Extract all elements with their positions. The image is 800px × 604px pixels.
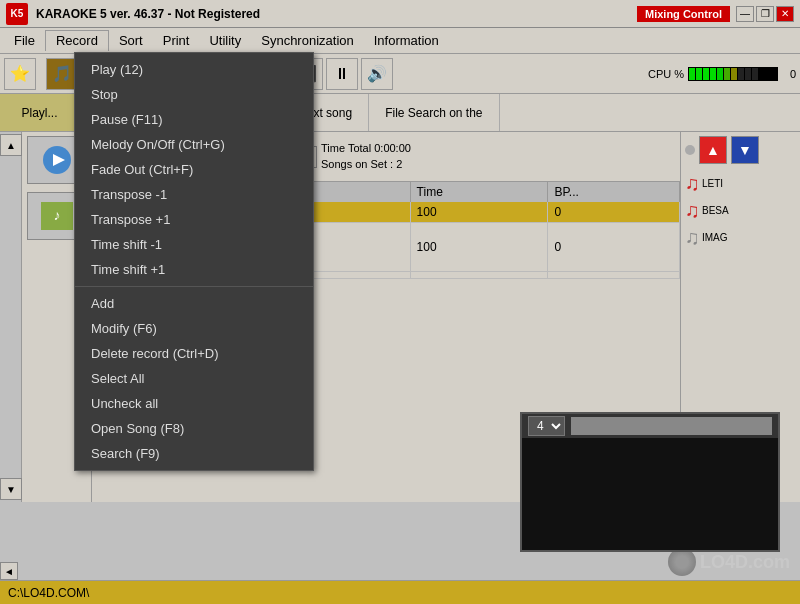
menu-play[interactable]: Play (12) <box>75 57 313 82</box>
title-controls: — ❐ ✕ <box>736 6 794 22</box>
cpu-bar <box>688 67 778 81</box>
close-button[interactable]: ✕ <box>776 6 794 22</box>
tab-file-search[interactable]: File Search on the <box>369 94 499 131</box>
menu-search[interactable]: Search (F9) <box>75 441 313 466</box>
menu-bar: File Record Sort Print Utility Synchroni… <box>0 28 800 54</box>
bottom-popup: 4 <box>520 412 780 552</box>
watermark: LO4D.com <box>668 548 790 576</box>
cell-bp <box>548 272 680 279</box>
col-header-bp[interactable]: BP... <box>548 182 680 202</box>
record-dropdown: Play (12) Stop Pause (F11) Melody On/Off… <box>74 52 314 471</box>
up-arrow-button[interactable]: ▲ <box>699 136 727 164</box>
menu-delete-record[interactable]: Delete record (Ctrl+D) <box>75 341 313 366</box>
cpu-value: 0 <box>782 68 796 80</box>
menu-uncheck-all[interactable]: Uncheck all <box>75 391 313 416</box>
cell-bp: 0 <box>548 223 680 272</box>
menu-sort[interactable]: Sort <box>109 31 153 50</box>
menu-timeshift-plus[interactable]: Time shift +1 <box>75 257 313 282</box>
music-note-icon-1: ♫ <box>685 172 700 195</box>
song-item-2: ♫ BESA <box>685 199 796 222</box>
song-item-3: ♫ IMAG <box>685 226 796 249</box>
cell-bp: 0 <box>548 202 680 223</box>
menu-file[interactable]: File <box>4 31 45 50</box>
svg-text:♪: ♪ <box>53 207 60 223</box>
menu-add[interactable]: Add <box>75 291 313 316</box>
menu-print[interactable]: Print <box>153 31 200 50</box>
song-title-2: BESA <box>702 205 729 216</box>
song-title-3: IMAG <box>702 232 728 243</box>
cell-time: 100 <box>410 202 548 223</box>
menu-synchronization[interactable]: Synchronization <box>251 31 364 50</box>
restore-button[interactable]: ❐ <box>756 6 774 22</box>
left-sidebar: ▲ ▼ <box>0 132 22 502</box>
app-logo: K5 <box>6 3 28 25</box>
cell-time <box>410 272 548 279</box>
watermark-logo-icon <box>668 548 696 576</box>
menu-transpose-plus[interactable]: Transpose +1 <box>75 207 313 232</box>
watermark-text: LO4D.com <box>700 552 790 573</box>
menu-open-song[interactable]: Open Song (F8) <box>75 416 313 441</box>
menu-record[interactable]: Record <box>45 30 109 51</box>
menu-pause[interactable]: Pause (F11) <box>75 107 313 132</box>
menu-timeshift-minus[interactable]: Time shift -1 <box>75 232 313 257</box>
popup-header: 4 <box>522 414 778 438</box>
down-arrow-button[interactable]: ▼ <box>731 136 759 164</box>
menu-melody-onoff[interactable]: Melody On/Off (Ctrl+G) <box>75 132 313 157</box>
col-header-time[interactable]: Time <box>410 182 548 202</box>
menu-select-all[interactable]: Select All <box>75 366 313 391</box>
popup-video-area <box>522 438 778 550</box>
song-item-1: ♫ LETI <box>685 172 796 195</box>
popup-text-input[interactable] <box>571 417 772 435</box>
tab-playlist[interactable]: Playl... <box>0 94 80 131</box>
minimize-button[interactable]: — <box>736 6 754 22</box>
menu-utility[interactable]: Utility <box>199 31 251 50</box>
music-note-icon-3: ♫ <box>685 226 700 249</box>
toolbar-pause-button[interactable]: ⏸ <box>326 58 358 90</box>
cell-time: 100 <box>410 223 548 272</box>
status-bar: C:\LO4D.COM\ <box>0 580 800 604</box>
sidebar-scroll-down[interactable]: ▼ <box>0 478 22 500</box>
toolbar-star-button[interactable]: ⭐ <box>4 58 36 90</box>
menu-transpose-minus[interactable]: Transpose -1 <box>75 182 313 207</box>
toolbar-speaker-button[interactable]: 🔊 <box>361 58 393 90</box>
time-info: Time Total 0:00:00 Songs on Set : 2 <box>321 141 411 172</box>
menu-modify[interactable]: Modify (F6) <box>75 316 313 341</box>
separator-1 <box>75 286 313 287</box>
cpu-label: CPU % <box>648 68 684 80</box>
popup-number-select[interactable]: 4 <box>528 416 565 436</box>
status-path: C:\LO4D.COM\ <box>8 586 89 600</box>
song-title-1: LETI <box>702 178 723 189</box>
title-text: KARAOKE 5 ver. 46.37 - Not Registered <box>36 7 637 21</box>
status-indicator <box>685 145 695 155</box>
scroll-left-button[interactable]: ◄ <box>0 562 18 580</box>
menu-stop[interactable]: Stop <box>75 82 313 107</box>
cpu-area: CPU % 0 <box>648 67 796 81</box>
menu-fade-out[interactable]: Fade Out (Ctrl+F) <box>75 157 313 182</box>
menu-information[interactable]: Information <box>364 31 449 50</box>
sidebar-scroll-up[interactable]: ▲ <box>0 134 22 156</box>
music-note-icon-2: ♫ <box>685 199 700 222</box>
title-bar: K5 KARAOKE 5 ver. 46.37 - Not Registered… <box>0 0 800 28</box>
mixing-control-badge: Mixing Control <box>637 6 730 22</box>
